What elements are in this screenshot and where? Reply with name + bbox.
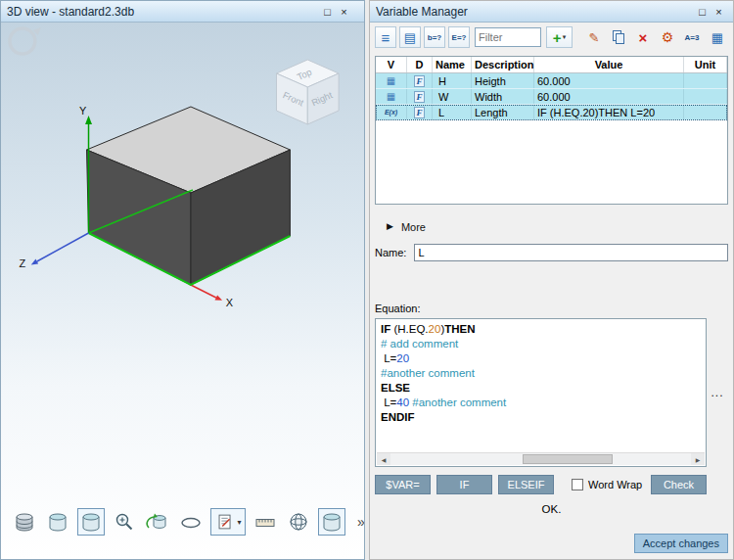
cube-solid[interactable]: [87, 107, 291, 285]
name-label: Name:: [375, 247, 406, 258]
cell-driven: F: [407, 89, 433, 104]
equation-line: L=40 #another comment: [381, 396, 702, 410]
col-header-d[interactable]: D: [407, 57, 433, 72]
variable-manager-content: ≡ ▤ b=? E=? + ▾ ✎: [370, 23, 733, 559]
cell-unit: [684, 105, 727, 119]
formula-flag-badge: F: [414, 91, 425, 103]
ellipse-icon: [179, 510, 203, 534]
display-solid-button[interactable]: [11, 508, 38, 536]
add-variable-button[interactable]: + ▾: [546, 26, 573, 48]
equation-more-button[interactable]: ...: [711, 386, 723, 399]
name-input[interactable]: [414, 244, 728, 261]
close-icon[interactable]: ×: [336, 6, 352, 18]
dropdown-caret-icon[interactable]: ▾: [237, 518, 241, 527]
value-type-icon: ▦: [387, 76, 395, 86]
equation-display-icon: E=?: [452, 33, 467, 42]
equation-area: IF (H.EQ.20)THEN# add comment L=20#anoth…: [375, 318, 728, 467]
mesh-sphere-icon: [287, 510, 310, 534]
cell-unit: [684, 73, 727, 88]
app: 3D view - standard2.3db □ × Top Fr: [0, 0, 734, 560]
cell-value: IF (H.EQ.20)THEN L=20: [534, 105, 684, 119]
annotation-button[interactable]: ▾: [210, 508, 246, 536]
col-header-unit[interactable]: Unit: [684, 57, 727, 72]
3d-view-title: 3D view - standard2.3db: [7, 5, 319, 19]
detail-view-button[interactable]: ▤: [399, 26, 421, 48]
cell-type: ▦: [376, 73, 407, 88]
value-type-icon: ▦: [387, 92, 395, 102]
x-axis: [189, 284, 222, 301]
filter-input[interactable]: [475, 27, 541, 47]
equation-line: L=20: [381, 351, 702, 366]
display-shaded-button[interactable]: [44, 508, 71, 536]
table-row[interactable]: E(x)FLLengthIF (H.EQ.20)THEN L=20: [376, 105, 727, 120]
col-header-v[interactable]: V: [376, 57, 407, 72]
scroll-left-button[interactable]: ◀: [377, 453, 390, 465]
measure-button[interactable]: [252, 508, 279, 536]
accept-changes-button[interactable]: Accept changes: [634, 534, 728, 553]
word-wrap-checkbox[interactable]: [572, 479, 583, 490]
cell-name: W: [433, 89, 472, 104]
insert-if-button[interactable]: IF: [436, 475, 492, 494]
3d-viewport[interactable]: Top Front Right: [1, 23, 364, 559]
show-equations-button[interactable]: E=?: [448, 26, 470, 48]
maximize-icon[interactable]: □: [694, 6, 711, 18]
delete-variable-button[interactable]: ×: [632, 26, 654, 48]
insert-var-button[interactable]: $VAR=: [375, 475, 431, 494]
rename-variables-button[interactable]: A=3: [681, 26, 703, 48]
list-view-button[interactable]: ≡: [375, 26, 396, 48]
cell-unit: [684, 89, 727, 104]
rename-icon: A=3: [685, 33, 700, 42]
more-expander[interactable]: ▶ More: [375, 219, 728, 234]
z-axis: [31, 233, 89, 264]
ruler-icon: [253, 510, 277, 534]
scroll-thumb[interactable]: [523, 454, 613, 464]
list-icon: ≡: [382, 30, 390, 45]
variable-table-body: ▦FHHeigth60.000▦FWWidth60.000E(x)FLLengt…: [376, 73, 727, 120]
toolbar-overflow-chevron[interactable]: »: [357, 514, 364, 530]
table-row[interactable]: ▦FWWidth60.000: [376, 89, 727, 105]
axis-label-z: Z: [20, 257, 26, 269]
rotate-view-button[interactable]: [144, 508, 171, 536]
section-cylinder-icon: [320, 510, 344, 534]
table-row[interactable]: ▦FHHeigth60.000: [376, 73, 727, 89]
variable-manager-toolbar: ≡ ▤ b=? E=? + ▾ ✎: [375, 23, 728, 52]
cell-name: H: [433, 73, 472, 88]
show-values-button[interactable]: b=?: [424, 26, 445, 48]
equation-hscrollbar[interactable]: ◀ ▶: [377, 452, 705, 465]
accept-row: Accept changes: [375, 534, 728, 559]
equation-side: ...: [707, 318, 728, 467]
view-cube[interactable]: Top Front Right: [276, 60, 339, 124]
gear-icon: ⚙: [662, 30, 674, 44]
scroll-right-button[interactable]: ▶: [691, 453, 705, 465]
check-button[interactable]: Check: [651, 475, 707, 494]
orbit-compass-icon: [10, 27, 41, 54]
word-wrap-label[interactable]: Word Wrap: [588, 479, 642, 490]
edit-variable-button[interactable]: ✎: [583, 26, 605, 48]
sketch-ellipse-button[interactable]: [177, 508, 205, 536]
settings-button[interactable]: ⚙: [657, 26, 678, 48]
equation-text: IF (H.EQ.20)THEN# add comment L=20#anoth…: [381, 322, 702, 425]
variable-table: V D Name Description Value Unit ▦FHHeigt…: [375, 56, 728, 205]
word-wrap-control: Word Wrap: [572, 479, 642, 490]
col-header-name[interactable]: Name: [433, 57, 472, 72]
cell-description: Width: [472, 89, 534, 104]
mesh-display-button[interactable]: [285, 508, 312, 536]
close-icon[interactable]: ×: [711, 6, 727, 18]
copy-variable-button[interactable]: [608, 26, 629, 48]
zoom-button[interactable]: [111, 508, 138, 536]
table-header: V D Name Description Value Unit: [376, 57, 727, 73]
cell-description: Heigth: [472, 73, 534, 88]
col-header-description[interactable]: Description: [472, 57, 534, 72]
rotate-cylinder-icon: [146, 510, 169, 534]
display-mode-active-button[interactable]: [77, 508, 105, 536]
insert-elseif-button[interactable]: ELSEIF: [498, 475, 554, 494]
maximize-icon[interactable]: □: [319, 6, 336, 18]
col-header-value[interactable]: Value: [534, 57, 684, 72]
equation-label: Equation:: [375, 303, 728, 315]
equation-editor[interactable]: IF (H.EQ.20)THEN# add comment L=20#anoth…: [375, 318, 707, 467]
formula-flag-badge: F: [414, 75, 425, 87]
column-options-button[interactable]: ▦: [707, 26, 728, 48]
section-view-button[interactable]: [318, 508, 345, 536]
equation-line: # add comment: [381, 337, 702, 351]
copy-icon: [613, 30, 625, 44]
